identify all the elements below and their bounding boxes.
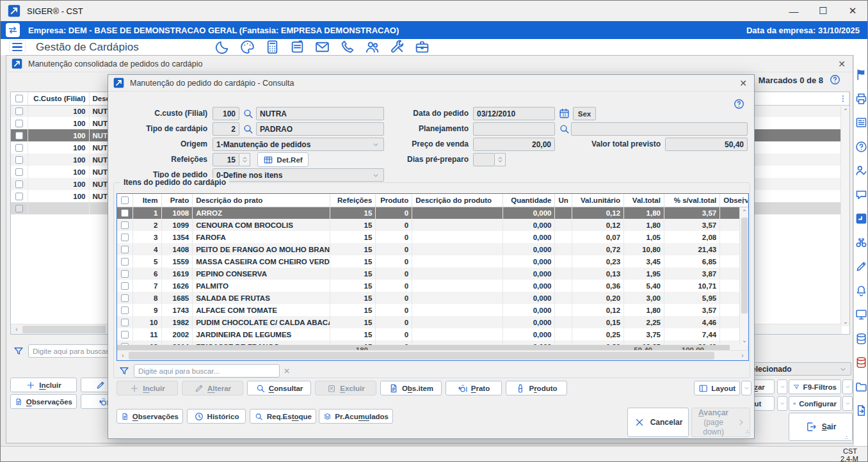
chat-icon[interactable] — [855, 188, 868, 202]
item-column-options-icon[interactable]: ⋮ — [739, 196, 747, 204]
ccusto-desc-field[interactable]: NUTRA — [256, 107, 384, 120]
dialog-resize-grip[interactable]: ∴ — [746, 431, 752, 437]
scroll-left-icon[interactable]: ‹ — [11, 326, 22, 333]
tipo-pedido-combo[interactable]: 0-Define nos itens — [213, 168, 384, 182]
consolidada-close-icon[interactable]: ✕ — [835, 58, 849, 70]
item-checkbox[interactable] — [121, 221, 129, 229]
resize-grip[interactable]: ∴ — [845, 436, 851, 443]
maximize-button[interactable]: ☐ — [808, 1, 838, 21]
configurar-dropdown-icon[interactable] — [842, 396, 853, 411]
item-alterar-button[interactable]: Alterar — [182, 381, 243, 395]
col-descricao-prato[interactable]: Descrição do prato — [193, 194, 330, 207]
edit-icon[interactable] — [855, 260, 868, 273]
col-refeicoes[interactable]: Refeições — [330, 194, 376, 207]
row-checkbox[interactable] — [15, 193, 23, 200]
item-checkbox[interactable] — [121, 234, 129, 241]
col-val-total[interactable]: Val.total — [624, 194, 664, 207]
database-red-icon[interactable] — [855, 356, 868, 369]
minimize-button[interactable]: — — [779, 1, 808, 21]
data-pedido-field[interactable]: 03/12/2010 — [473, 107, 555, 120]
item-checkbox[interactable] — [121, 258, 129, 266]
col-prato[interactable]: Prato — [161, 194, 193, 207]
select-all-items-checkbox[interactable] — [117, 194, 133, 207]
ccusto-field[interactable]: 100 — [213, 107, 239, 120]
close-button[interactable]: ✕ — [838, 1, 867, 21]
item-row[interactable]: 81685SALADA DE FRUTAS 150 0,0000,20 3,00… — [117, 292, 748, 304]
atualizar-dropdown-icon[interactable] — [777, 379, 787, 394]
avancar-button[interactable]: Avançar(page down) — [691, 408, 750, 437]
col-pct[interactable]: % s/val.total — [664, 194, 719, 207]
mail-icon[interactable] — [314, 39, 330, 55]
cancelar-button[interactable]: Cancelar — [627, 408, 689, 437]
help-circle-icon[interactable] — [855, 140, 868, 154]
item-row[interactable]: 21099CENOURA COM BROCOLIS 150 0,0000,12 … — [117, 219, 748, 231]
prato-button[interactable]: Prato — [446, 381, 502, 395]
moon-icon[interactable] — [214, 39, 230, 55]
item-row[interactable]: 71626PALMITO 150 0,0000,36 5,4010,71 — [117, 280, 748, 292]
item-incluir-button[interactable]: Incluir — [117, 381, 178, 395]
app-square-icon[interactable] — [855, 212, 868, 225]
filter-funnel-icon[interactable] — [13, 346, 24, 357]
itens-search-input[interactable] — [134, 364, 280, 378]
column-options-icon[interactable]: ⋮ — [839, 95, 847, 102]
planejamento-desc-field[interactable] — [571, 122, 748, 136]
refeicoes-spinner[interactable] — [239, 153, 250, 166]
tipo-cardapio-search-icon[interactable] — [242, 123, 254, 135]
configurar-button[interactable]: Configurar — [789, 396, 841, 411]
row-checkbox[interactable] — [15, 180, 23, 188]
f9-filtros-button[interactable]: F9-Filtros — [789, 379, 841, 394]
dias-pre-spinner[interactable] — [495, 153, 506, 166]
tools-icon[interactable] — [389, 39, 405, 55]
tipo-cardapio-desc-field[interactable]: PADRAO — [256, 122, 384, 136]
item-checkbox[interactable] — [121, 294, 129, 302]
planejamento-field[interactable] — [473, 122, 555, 136]
f9-filtros-dropdown-icon[interactable] — [842, 379, 853, 394]
col-quantidade[interactable]: Quantidade — [503, 194, 555, 207]
briefcase-icon[interactable] — [414, 39, 430, 55]
user-check-icon[interactable] — [855, 164, 868, 177]
col-un[interactable]: Un — [555, 194, 572, 207]
item-observacoes-button[interactable]: Observações — [117, 409, 183, 424]
valor-total-field[interactable]: 50,40 — [665, 138, 748, 151]
item-filter-funnel-icon[interactable] — [118, 365, 130, 377]
monitor-icon[interactable] — [855, 308, 868, 321]
dialog-help-icon[interactable] — [733, 98, 745, 110]
item-checkbox[interactable] — [121, 270, 129, 278]
item-row[interactable]: 51559MASSA CASEIRA COM CHEIRO VERDE 150 … — [117, 255, 748, 267]
item-checkbox[interactable] — [121, 246, 129, 253]
printer-icon[interactable] — [855, 92, 868, 106]
switch-company-icon[interactable] — [6, 23, 20, 37]
layout-dropdown-icon[interactable] — [777, 396, 787, 411]
row-checkbox[interactable] — [15, 120, 23, 127]
item-row[interactable]: 11008ARROZ 150 0,0000,12 1,803,57 — [117, 207, 748, 219]
database-icon[interactable] — [855, 332, 868, 346]
row-checkbox[interactable] — [15, 144, 23, 152]
historico-button[interactable]: Histórico — [187, 409, 246, 424]
item-row[interactable]: 112002JARDINEIRA DE LEGUMES 150 0,0000,2… — [117, 328, 748, 340]
item-clear-filter-icon[interactable]: ✕ — [284, 367, 290, 376]
col-descricao-produto[interactable]: Descrição do produto — [412, 194, 503, 207]
hamburger-menu-icon[interactable] — [9, 40, 26, 54]
row-checkbox[interactable] — [15, 168, 23, 176]
item-consultar-button[interactable]: Consultar — [247, 381, 311, 395]
scroll-down-icon[interactable]: ⌄ — [841, 318, 850, 325]
itens-vscrollbar[interactable]: ⌃ ⌄ — [739, 207, 748, 345]
origem-combo[interactable]: 1-Manutenção de pedidos — [213, 138, 384, 151]
card-machine-icon[interactable] — [289, 39, 305, 55]
item-checkbox[interactable] — [121, 307, 129, 314]
phone-icon[interactable] — [339, 39, 355, 55]
col-val-unitario[interactable]: Val.unitário — [572, 194, 623, 207]
ccusto-search-icon[interactable] — [242, 108, 254, 120]
incluir-button[interactable]: Incluir — [10, 378, 77, 392]
pr-acumulados-button[interactable]: Pr.Acumulados — [319, 409, 393, 424]
file-export-icon[interactable] — [855, 404, 868, 417]
items-scroll-left-icon[interactable]: ‹ — [117, 352, 129, 359]
item-checkbox[interactable] — [121, 282, 129, 290]
item-row[interactable]: 101982PUDIM CHOCOLATE C/ CALDA ABACA 150… — [117, 316, 748, 328]
bell-icon[interactable] — [855, 284, 868, 298]
item-checkbox[interactable] — [121, 331, 129, 339]
binoculars-icon[interactable] — [855, 236, 868, 250]
calculator-icon[interactable] — [264, 39, 280, 55]
observacoes-button[interactable]: Observações — [10, 394, 77, 409]
sair-button[interactable]: Sair — [789, 413, 853, 441]
